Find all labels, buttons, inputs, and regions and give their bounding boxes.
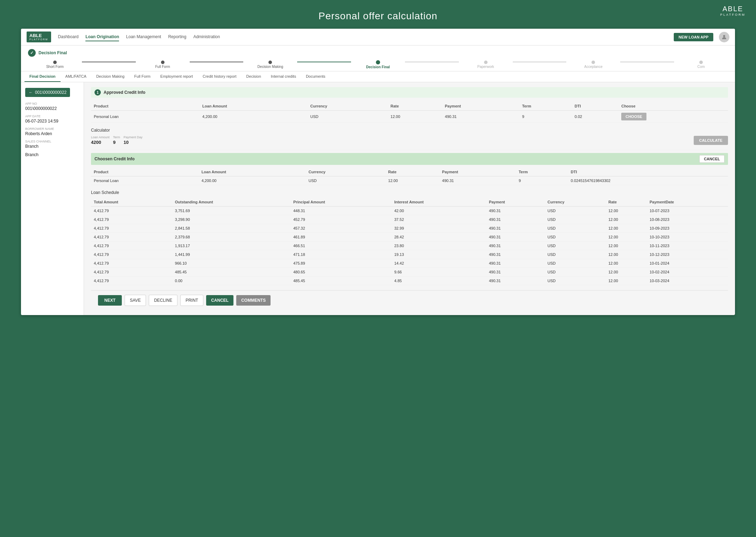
table-cell: 2,841.58 <box>172 224 290 233</box>
calc-loan-amount-field: Loan Amount 4200 <box>91 135 110 145</box>
step-full-form[interactable]: Full Form <box>136 61 190 69</box>
tab-final-decision[interactable]: Final Decision <box>24 71 61 82</box>
chosen-cancel-button[interactable]: CANCEL <box>699 155 724 163</box>
tab-decision[interactable]: Decision <box>241 71 266 82</box>
table-cell: 4,412.79 <box>91 215 172 224</box>
table-cell: 490.31 <box>486 215 545 224</box>
table-cell: 12.00 <box>606 233 647 242</box>
back-button[interactable]: ← 001\0000000022 <box>25 88 70 97</box>
save-button[interactable]: SAVE <box>125 295 146 306</box>
sidebar-borrower-name: Borrower Name Roberts Arden <box>25 127 79 136</box>
cell-loan-amount: 4,200.00 <box>200 111 307 123</box>
col-outstanding-amount: Outstanding Amount <box>172 198 290 207</box>
step-com[interactable]: Com <box>674 61 728 69</box>
col-payment-date: PaymentDate <box>647 198 728 207</box>
table-row: Personal Loan 4,200.00 USD 12.00 490.31 … <box>91 176 728 185</box>
cell-rate: 12.00 <box>388 111 442 123</box>
table-cell: 9.66 <box>392 268 486 277</box>
table-cell: 490.31 <box>486 242 545 250</box>
next-button[interactable]: NEXT <box>98 295 122 306</box>
tab-internal-credits[interactable]: Internal credits <box>266 71 301 82</box>
cell-term: 9 <box>519 111 572 123</box>
table-cell: 37.52 <box>392 215 486 224</box>
cell-product: Personal Loan <box>91 111 200 123</box>
table-cell: 10-01-2024 <box>647 259 728 268</box>
sidebar-app-no: App No 001\0000000022 <box>25 102 79 111</box>
approved-credit-section-header: 1 Approved Credit Info <box>91 87 728 98</box>
calc-payment-day-label: Payment Day <box>124 135 142 139</box>
col-total-amount: Total Amount <box>91 198 172 207</box>
tab-decision-making[interactable]: Decision Making <box>91 71 130 82</box>
cell-payment: 490.31 <box>439 176 516 185</box>
step-decision-making[interactable]: Decision Making <box>243 61 297 69</box>
nav-administration[interactable]: Administration <box>193 33 220 41</box>
table-cell: 42.00 <box>392 207 486 215</box>
approved-credit-table: Product Loan Amount Currency Rate Paymen… <box>91 102 728 123</box>
nav-reporting[interactable]: Reporting <box>168 33 186 41</box>
table-cell: 10-08-2023 <box>647 215 728 224</box>
tab-aml-fatca[interactable]: AML/FATCA <box>61 71 91 82</box>
sidebar: ← 001\0000000022 App No 001\0000000022 A… <box>21 82 84 315</box>
col-rate: Rate <box>388 102 442 111</box>
top-right-logo: ABLE PLATFORM <box>720 5 746 16</box>
step-dot <box>699 61 703 64</box>
sidebar-app-date: App Date 06-07-2023 14:59 <box>25 114 79 124</box>
top-nav: ABLE PLATFORM Dashboard Loan Origination… <box>21 29 735 46</box>
app-window: ABLE PLATFORM Dashboard Loan Origination… <box>21 29 735 315</box>
table-cell: 23.80 <box>392 242 486 250</box>
nav-dashboard[interactable]: Dashboard <box>58 33 79 41</box>
table-cell: 457.32 <box>290 224 392 233</box>
progress-steps: Short Form Full Form Decision Making <box>28 59 728 71</box>
comments-button[interactable]: COMMENTS <box>236 295 271 306</box>
table-cell: 471.18 <box>290 250 392 259</box>
calc-term-label: Term <box>113 135 120 139</box>
nav-logo: ABLE PLATFORM <box>27 32 51 43</box>
cell-currency: USD <box>306 176 385 185</box>
table-cell: 4,412.79 <box>91 259 172 268</box>
nav-loan-origination[interactable]: Loan Origination <box>85 33 119 41</box>
tab-full-form[interactable]: Full Form <box>130 71 155 82</box>
print-button[interactable]: PRINT <box>180 295 203 306</box>
table-cell: 490.31 <box>486 207 545 215</box>
table-cell: 32.99 <box>392 224 486 233</box>
progress-status-label: Decision Final <box>38 50 67 55</box>
table-row: 4,412.791,441.99471.1819.13490.31USD12.0… <box>91 250 728 259</box>
calc-payment-day-value: 10 <box>124 140 142 145</box>
table-cell: USD <box>545 207 606 215</box>
table-cell: USD <box>545 259 606 268</box>
cancel-button[interactable]: CANCEL <box>206 295 233 306</box>
tab-credit-history-report[interactable]: Credit history report <box>198 71 241 82</box>
tab-documents[interactable]: Documents <box>301 71 330 82</box>
calculate-button[interactable]: CALCULATE <box>694 136 728 145</box>
col-payment: Payment <box>442 102 519 111</box>
step-short-form[interactable]: Short Form <box>28 61 82 69</box>
col-currency: Currency <box>545 198 606 207</box>
tab-employment-report[interactable]: Employment report <box>155 71 198 82</box>
step-dot <box>53 61 57 64</box>
calculator-section: Calculator Loan Amount 4200 Term 9 Payme… <box>91 128 728 145</box>
table-cell: USD <box>545 242 606 250</box>
decline-button[interactable]: DECLINE <box>149 295 177 306</box>
content-area: 1 Approved Credit Info Product Loan Amou… <box>84 82 735 315</box>
table-cell: 4,412.79 <box>91 268 172 277</box>
step-decision-final[interactable]: Decision Final <box>351 60 405 69</box>
chosen-credit-header: Choosen Credit Info CANCEL <box>91 153 728 165</box>
table-cell: 0.00 <box>172 277 290 285</box>
table-cell: 490.31 <box>486 277 545 285</box>
table-cell: 10-02-2024 <box>647 268 728 277</box>
table-row: 4,412.79966.10475.8914.42490.31USD12.001… <box>91 259 728 268</box>
calculator-fields: Loan Amount 4200 Term 9 Payment Day 10 C… <box>91 135 728 145</box>
new-loan-app-button[interactable]: NEW LOAN APP <box>674 33 713 41</box>
step-dot <box>268 61 272 64</box>
nav-loan-management[interactable]: Loan Management <box>126 33 161 41</box>
step-dot <box>376 60 380 64</box>
step-paperwork[interactable]: Paperwork <box>459 61 513 69</box>
table-cell: USD <box>545 250 606 259</box>
col-payment: Payment <box>486 198 545 207</box>
col-currency: Currency <box>306 168 385 176</box>
step-acceptance[interactable]: Acceptance <box>566 61 620 69</box>
col-choose: Choose <box>618 102 728 111</box>
table-cell: 3,298.90 <box>172 215 290 224</box>
step-dot <box>484 61 488 64</box>
choose-button[interactable]: CHOOSE <box>621 113 646 120</box>
